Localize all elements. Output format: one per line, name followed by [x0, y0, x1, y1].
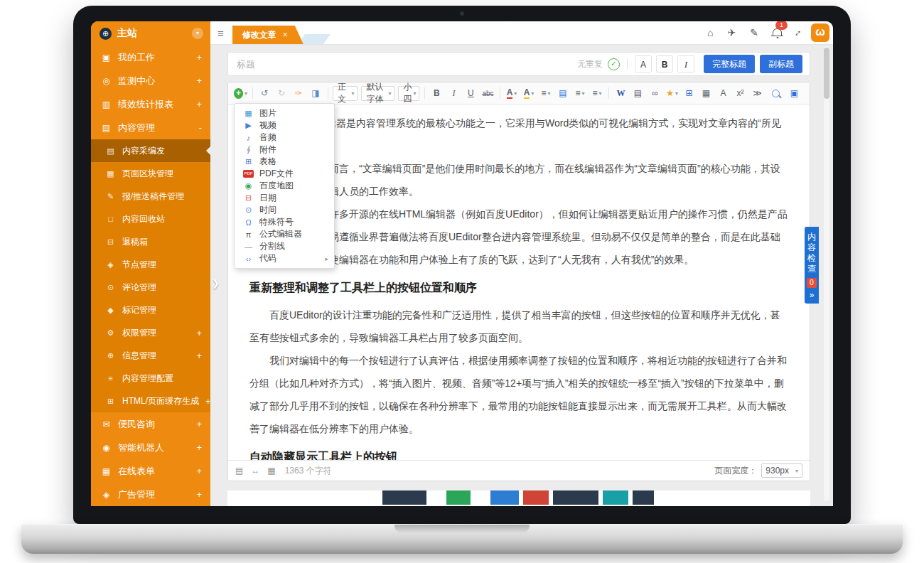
- paragraph-format-button[interactable]: ▤: [554, 85, 571, 101]
- editor-scrollbar[interactable]: [824, 46, 829, 501]
- insert-menu-item-baidu-map[interactable]: ◉ 百度地图: [235, 180, 334, 192]
- color-block: [490, 490, 519, 505]
- title-bold-button[interactable]: B: [656, 55, 673, 73]
- editor-toolbar: + ▾ ↺ ↻ ✑ ◨ 正文 ▾: [228, 82, 810, 104]
- submenu-item-tag-management[interactable]: ◆ 标记管理: [91, 299, 210, 321]
- insert-menu-item-time[interactable]: ⊙ 时间: [235, 204, 334, 216]
- ordered-list-button[interactable]: ≡ ▾: [571, 85, 588, 101]
- font-size-select[interactable]: 小四 ▾: [398, 86, 419, 101]
- sidebar-collapse-icon[interactable]: ≡: [217, 27, 224, 39]
- insert-menu-item-special-symbol[interactable]: Ω 特殊符号: [235, 216, 334, 228]
- tab-close-icon[interactable]: ×: [283, 30, 288, 40]
- link-button[interactable]: ∞: [647, 85, 663, 101]
- autotypeset-button[interactable]: ★ ▾: [664, 85, 680, 101]
- insert-menu-item-code[interactable]: ‹› 代码 ▸: [235, 252, 334, 264]
- superscript-button[interactable]: x²: [732, 85, 748, 101]
- submenu-item-label: 节点管理: [122, 259, 202, 271]
- sidebar-item-monitor-center[interactable]: ◎ 监测中心 +: [91, 69, 210, 92]
- content-check-tab[interactable]: 内容检查 0 »: [805, 227, 819, 304]
- sidebar-item-my-work[interactable]: ▣ 我的工作 +: [91, 45, 210, 69]
- submenu-item-recycle-bin[interactable]: □ 内容回收站: [91, 208, 210, 230]
- table-button[interactable]: ⊞: [681, 85, 697, 101]
- submenu-item-comment-management[interactable]: ⊙ 评论管理: [91, 276, 210, 299]
- duplicate-check-icon[interactable]: ✓: [608, 58, 620, 70]
- divider: [252, 87, 253, 99]
- submenu-item-page-block[interactable]: ▦ 页面区块管理: [91, 162, 210, 185]
- audio-icon: ♪: [243, 134, 254, 142]
- insert-menu-item-divider[interactable]: — 分割线: [235, 240, 334, 252]
- sidebar-item-online-form[interactable]: ▦ 在线表单 +: [91, 459, 210, 483]
- title-input[interactable]: [235, 58, 577, 70]
- word-import-button[interactable]: W: [613, 85, 629, 101]
- more-tools-button[interactable]: ≫: [749, 85, 765, 101]
- element-path-icon[interactable]: ▤: [235, 466, 243, 476]
- insert-menu-item-formula-editor[interactable]: π 公式编辑器: [235, 228, 334, 240]
- tab-edit-article[interactable]: 修改文章 ×: [232, 26, 303, 44]
- submenu-item-permission-management[interactable]: ⚙ 权限管理 +: [91, 321, 210, 344]
- sidebar-item-performance-report[interactable]: ▥ 绩效统计报表 +: [91, 92, 210, 116]
- insert-menu-item-attachment[interactable]: ∮ 附件: [235, 144, 334, 156]
- insert-menu-item-audio[interactable]: ♪ 音频: [235, 132, 334, 144]
- font-a-button[interactable]: A: [635, 55, 652, 73]
- image-grid-button[interactable]: ▦: [698, 85, 714, 101]
- editor-heading: 重新整理和调整了工具栏上的按钮位置和顺序: [249, 277, 788, 299]
- submenu-item-info-management[interactable]: ⊕ 信息管理 +: [91, 344, 210, 367]
- font-family-select[interactable]: 默认字体 ▾: [361, 86, 394, 101]
- caret-down-icon: ▾: [598, 90, 601, 97]
- sidebar-item-ad-management[interactable]: ◈ 广告管理 +: [91, 483, 210, 506]
- paste-button[interactable]: ▤: [630, 85, 646, 101]
- page-width-select[interactable]: 930px ▾: [761, 463, 802, 478]
- subtitle-button[interactable]: 副标题: [760, 55, 802, 73]
- submenu-item-node-management[interactable]: ◈ 节点管理: [91, 253, 210, 276]
- search-replace-icon[interactable]: [772, 90, 780, 97]
- full-title-button[interactable]: 完整标题: [704, 55, 755, 73]
- unordered-list-button[interactable]: ≡ ▾: [589, 85, 605, 101]
- insert-menu-item-pdf[interactable]: PDF PDF文件: [235, 168, 334, 180]
- bold-button[interactable]: B: [429, 85, 445, 101]
- italic-button[interactable]: I: [446, 85, 462, 101]
- notifications-button[interactable]: 1: [773, 26, 782, 39]
- sidebar-item-content-management[interactable]: ▤ 内容管理 -: [91, 116, 210, 139]
- submenu-item-html-cache[interactable]: ⊞ HTML/页面缓存生成 +: [91, 390, 210, 412]
- sidebar-item-convenience-consult[interactable]: ✉ 便民咨询 +: [91, 412, 210, 436]
- sidebar-item-smart-robot[interactable]: ◉ 智能机器人 +: [91, 436, 210, 459]
- preview-button[interactable]: ▣: [786, 85, 802, 101]
- home-icon[interactable]: ⌂: [707, 27, 713, 38]
- insert-menu-item-date[interactable]: ⊟ 日期: [235, 192, 334, 204]
- width-toggle-icon[interactable]: ↔: [251, 466, 259, 476]
- fullscreen-icon[interactable]: ↕: [793, 27, 804, 38]
- site-switcher-button[interactable]: ▾: [192, 28, 203, 39]
- format-painter-button[interactable]: ✑: [291, 85, 307, 101]
- scrollbar-thumb[interactable]: [824, 48, 829, 99]
- undo-button[interactable]: ↺: [257, 85, 273, 101]
- strikethrough-button[interactable]: abc: [480, 85, 496, 101]
- submenu-item-content-config[interactable]: ≡ 内容管理配置: [91, 367, 210, 390]
- node-icon: ◈: [105, 260, 116, 269]
- caret-down-icon: ▾: [351, 90, 354, 97]
- rocket-icon[interactable]: ✈: [728, 27, 736, 38]
- highlight-color-button[interactable]: A ▾: [520, 85, 537, 101]
- grid-toggle-icon[interactable]: ▦: [267, 466, 275, 476]
- insert-menu-item-image[interactable]: ▦ 图片: [235, 107, 334, 119]
- panel-expand-handle[interactable]: ❯: [212, 278, 220, 289]
- compose-icon[interactable]: ✎: [750, 27, 758, 38]
- menu-item-label: 表格: [259, 156, 276, 168]
- image-icon: ▦: [243, 109, 254, 118]
- title-italic-button[interactable]: I: [677, 55, 694, 73]
- submenu-item-rejected-box[interactable]: ⊟ 退稿箱: [91, 230, 210, 253]
- underline-button[interactable]: U: [463, 85, 479, 101]
- eraser-button[interactable]: ◨: [308, 85, 324, 101]
- insert-menu-item-video[interactable]: ▶ 视频: [235, 119, 334, 132]
- submenu-item-label: 页面区块管理: [122, 168, 202, 180]
- submenu-item-content-editing[interactable]: ▤ 内容采编发: [91, 139, 210, 162]
- submenu-item-label: 内容回收站: [122, 213, 202, 225]
- paragraph-select[interactable]: 正文 ▾: [333, 86, 358, 101]
- insert-dropdown-button[interactable]: + ▾: [232, 85, 249, 101]
- submenu-item-push-manuscript[interactable]: ✎ 报/推送稿件管理: [91, 185, 210, 208]
- font-color-button[interactable]: A ▾: [503, 85, 520, 101]
- caret-down-icon: ▾: [413, 90, 416, 97]
- redo-button[interactable]: ↻: [274, 85, 290, 101]
- insert-menu-item-table[interactable]: ⊞ 表格: [235, 156, 334, 168]
- text-box-button[interactable]: A: [715, 85, 731, 101]
- alignment-button[interactable]: ≡ ▾: [537, 85, 554, 101]
